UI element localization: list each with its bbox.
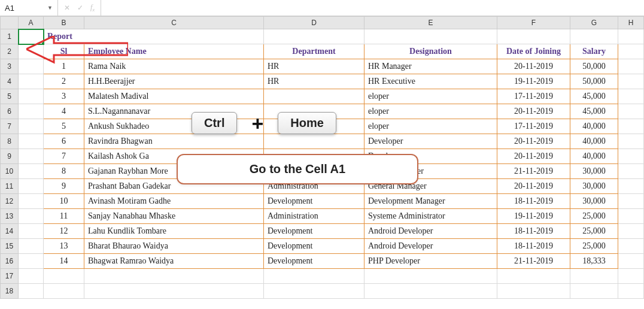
header-sal[interactable]: Salary: [570, 44, 618, 59]
chevron-down-icon[interactable]: ▼: [47, 5, 53, 11]
col-C[interactable]: C: [84, 17, 264, 29]
col-H[interactable]: H: [618, 17, 644, 29]
row-header[interactable]: 5: [1, 89, 19, 104]
row-header[interactable]: 9: [1, 149, 19, 164]
cell-sal[interactable]: 25,000: [570, 239, 618, 254]
cell-doj[interactable]: 20-11-2019: [497, 149, 570, 164]
cell-sal[interactable]: 30,000: [570, 164, 618, 179]
cell-sal[interactable]: 40,000: [570, 149, 618, 164]
confirm-icon[interactable]: ✓: [77, 4, 83, 12]
cell-dept[interactable]: [264, 89, 364, 104]
cell-sl[interactable]: 11: [44, 209, 84, 224]
col-E[interactable]: E: [364, 17, 497, 29]
row-header[interactable]: 13: [1, 209, 19, 224]
cell-name[interactable]: Avinash Motiram Gadhe: [84, 194, 264, 209]
cell-name[interactable]: Prashant Baban Gadekar: [84, 179, 264, 194]
cell-sal[interactable]: 18,333: [570, 254, 618, 269]
cell-sal[interactable]: 40,000: [570, 119, 618, 134]
cell-dept[interactable]: Development: [264, 194, 364, 209]
cell-doj[interactable]: 20-11-2019: [497, 134, 570, 149]
header-name[interactable]: Employee Name: [84, 44, 264, 59]
cell-dept[interactable]: Development: [264, 254, 364, 269]
cell-sal[interactable]: 40,000: [570, 134, 618, 149]
cell-dept[interactable]: Administration: [264, 179, 364, 194]
cell-sal[interactable]: 50,000: [570, 59, 618, 74]
cell-sl[interactable]: 7: [44, 149, 84, 164]
cell-dept[interactable]: Development: [264, 239, 364, 254]
col-D[interactable]: D: [264, 17, 364, 29]
cell-name[interactable]: Bhagwat Ramrao Waidya: [84, 254, 264, 269]
cell-sal[interactable]: 30,000: [570, 179, 618, 194]
col-G[interactable]: G: [570, 17, 618, 29]
table-row[interactable]: 1210Avinash Motiram GadheDevelopmentDeve…: [1, 194, 644, 209]
cell-desg[interactable]: Project Manager: [364, 164, 497, 179]
row-header[interactable]: 2: [1, 44, 19, 59]
row-header[interactable]: 12: [1, 194, 19, 209]
cell-sl[interactable]: 10: [44, 194, 84, 209]
cell-desg[interactable]: General Manager: [364, 179, 497, 194]
cell-dept[interactable]: [264, 149, 364, 164]
cell-sl[interactable]: 3: [44, 89, 84, 104]
row-header[interactable]: 14: [1, 224, 19, 239]
table-row[interactable]: 1412Lahu Kundlik TombareDevelopmentAndro…: [1, 224, 644, 239]
table-row[interactable]: 31Rama NaikHRHR Manager20-11-201950,000: [1, 59, 644, 74]
cell-name[interactable]: H.H.Beerajjer: [84, 74, 264, 89]
cell-doj[interactable]: 19-11-2019: [497, 74, 570, 89]
cell-desg[interactable]: Android Developer: [364, 239, 497, 254]
cell-sal[interactable]: 25,000: [570, 224, 618, 239]
cell-name[interactable]: Malatesh Madival: [84, 89, 264, 104]
cell-name[interactable]: Kailash Ashok Ga: [84, 149, 264, 164]
cell-doj[interactable]: 19-11-2019: [497, 209, 570, 224]
table-row[interactable]: 86Ravindra BhagwanDeveloper20-11-201940,…: [1, 134, 644, 149]
row-header[interactable]: 7: [1, 119, 19, 134]
fill-handle[interactable]: [42, 43, 44, 44]
table-row[interactable]: 108Gajanan Raybhan MoreAdministrationPro…: [1, 164, 644, 179]
cell-sl[interactable]: 13: [44, 239, 84, 254]
cell-sl[interactable]: 12: [44, 224, 84, 239]
col-F[interactable]: F: [497, 17, 570, 29]
table-row[interactable]: 1311Sanjay Nanabhau MhaskeAdministration…: [1, 209, 644, 224]
row-header[interactable]: 16: [1, 254, 19, 269]
row-header[interactable]: 15: [1, 239, 19, 254]
cell-doj[interactable]: 17-11-2019: [497, 119, 570, 134]
cell-desg[interactable]: eloper: [364, 104, 497, 119]
fx-icon[interactable]: fx: [90, 3, 95, 13]
cell-desg[interactable]: HR Manager: [364, 59, 497, 74]
cell-desg[interactable]: Developer: [364, 134, 497, 149]
row-header[interactable]: 11: [1, 179, 19, 194]
cell-dept[interactable]: Administration: [264, 164, 364, 179]
cell-dept[interactable]: [264, 134, 364, 149]
cell-sal[interactable]: 45,000: [570, 104, 618, 119]
cell-desg[interactable]: Development Manager: [364, 194, 497, 209]
header-sl[interactable]: Sl: [44, 44, 84, 59]
cell-sl[interactable]: 14: [44, 254, 84, 269]
cell-doj[interactable]: 18-11-2019: [497, 194, 570, 209]
worksheet[interactable]: A B C D E F G H 1 Report 2 Sl Employee N…: [0, 16, 644, 299]
row-header[interactable]: 8: [1, 134, 19, 149]
header-doj[interactable]: Date of Joining: [497, 44, 570, 59]
header-dept[interactable]: Department: [264, 44, 364, 59]
cell-A1[interactable]: [19, 29, 44, 44]
cell-sl[interactable]: 2: [44, 74, 84, 89]
cell-sl[interactable]: 6: [44, 134, 84, 149]
cell-doj[interactable]: 20-11-2019: [497, 179, 570, 194]
cell-desg[interactable]: PHP Developer: [364, 254, 497, 269]
cell-desg[interactable]: HR Executive: [364, 74, 497, 89]
row-header[interactable]: 4: [1, 74, 19, 89]
cell-desg[interactable]: Systeme Administrator: [364, 209, 497, 224]
cell-name[interactable]: Rama Naik: [84, 59, 264, 74]
table-row[interactable]: 119Prashant Baban GadekarAdministrationG…: [1, 179, 644, 194]
select-all-corner[interactable]: [1, 17, 19, 29]
row-header[interactable]: 18: [1, 284, 19, 299]
cell-dept[interactable]: HR: [264, 74, 364, 89]
row-header[interactable]: 3: [1, 59, 19, 74]
cell-name[interactable]: Lahu Kundlik Tombare: [84, 224, 264, 239]
cell-desg[interactable]: eloper: [364, 89, 497, 104]
cell-name[interactable]: Ravindra Bhagwan: [84, 134, 264, 149]
table-row[interactable]: 53Malatesh Madivaleloper17-11-201945,000: [1, 89, 644, 104]
cell-dept[interactable]: Development: [264, 224, 364, 239]
cell-name[interactable]: Bharat Bhaurao Waidya: [84, 239, 264, 254]
col-A[interactable]: A: [19, 17, 44, 29]
cell-sl[interactable]: 9: [44, 179, 84, 194]
column-header-row[interactable]: A B C D E F G H: [1, 17, 644, 29]
